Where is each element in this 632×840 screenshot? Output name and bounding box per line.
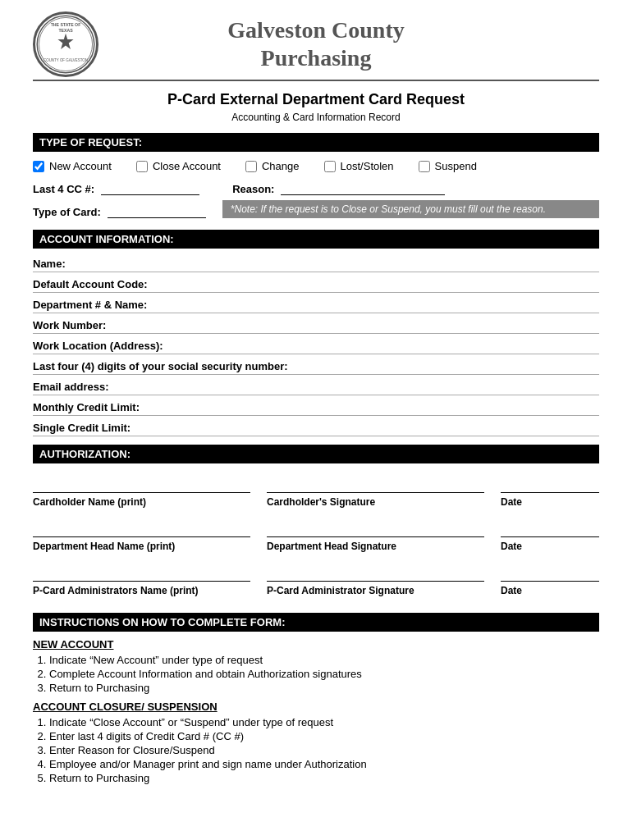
dept-head-sig-field: Department Head Signature (267, 521, 484, 552)
list-item: Complete Account Information and obtain … (49, 668, 599, 680)
field-single-credit: Single Credit Limit: (33, 421, 599, 436)
new-account-list: Indicate “New Account” under type of req… (49, 654, 599, 694)
field-monthly-credit: Monthly Credit Limit: (33, 400, 599, 416)
header-title-line1: Galveston County (227, 16, 404, 44)
field-ssn: Last four (4) digits of your social secu… (33, 359, 599, 375)
header-title-line2: Purchasing (227, 44, 404, 72)
form-title: P-Card External Department Card Request (33, 91, 599, 108)
request-types: New Account Close Account Change Lost/St… (33, 160, 599, 172)
authorization-header: AUTHORIZATION: (33, 445, 599, 463)
cardholder-date-field: Date (501, 477, 599, 508)
cardholder-sig-field: Cardholder's Signature (267, 477, 484, 508)
work-location-input[interactable] (213, 339, 599, 354)
account-info-fields: Name: Default Account Code: Department #… (33, 257, 599, 436)
checkbox-change-label: Change (262, 160, 300, 172)
list-item: Employee and/or Manager print and sign n… (49, 758, 599, 770)
checkbox-suspend[interactable]: Suspend (419, 160, 477, 172)
list-item: Return to Purchasing (49, 682, 599, 694)
dept-head-name-label: Department Head Name (print) (33, 541, 250, 552)
instructions-section: INSTRUCTIONS ON HOW TO COMPLETE FORM: NE… (33, 613, 599, 784)
svg-text:THE STATE OF: THE STATE OF (51, 21, 81, 26)
header-title: Galveston County Purchasing (227, 16, 404, 71)
pcard-admin-sig-label: P-Card Administrator Signature (267, 585, 484, 596)
list-item: Enter last 4 digits of Credit Card # (CC… (49, 730, 599, 742)
checkbox-close-account[interactable]: Close Account (136, 160, 221, 172)
closure-title: ACCOUNT CLOSURE/ SUSPENSION (33, 701, 599, 713)
work-number-input[interactable] (213, 318, 599, 333)
page-header: THE STATE OF TEXAS COUNTY OF GALVESTON G… (33, 16, 599, 81)
dept-head-name-field: Department Head Name (print) (33, 521, 250, 552)
field-default-account-code: Default Account Code: (33, 277, 599, 293)
closure-list: Indicate “Close Account” or “Suspend” un… (49, 716, 599, 784)
svg-text:COUNTY OF GALVESTON: COUNTY OF GALVESTON (44, 57, 88, 62)
new-account-title: NEW ACCOUNT (33, 638, 599, 651)
checkbox-lost-stolen[interactable]: Lost/Stolen (324, 160, 394, 172)
field-name: Name: (33, 257, 599, 272)
last4-reason-row: Last 4 CC #: Reason: (33, 180, 599, 195)
cardholder-date-label: Date (501, 496, 599, 508)
instructions-header: INSTRUCTIONS ON HOW TO COMPLETE FORM: (33, 613, 599, 632)
form-main-title: P-Card External Department Card Request (33, 91, 599, 108)
ssn-input[interactable] (288, 359, 599, 374)
type-of-card-label: Type of Card: (33, 206, 101, 218)
checkbox-lost-stolen-input[interactable] (324, 161, 336, 172)
dept-head-date-label: Date (501, 541, 599, 552)
checkbox-suspend-label: Suspend (435, 160, 477, 172)
dept-head-date-field: Date (501, 521, 599, 552)
pcard-admin-name-field: P-Card Administrators Name (print) (33, 565, 250, 596)
field-work-number: Work Number: (33, 318, 599, 334)
field-dept-name: Department # & Name: (33, 298, 599, 313)
email-input[interactable] (213, 380, 599, 395)
checkbox-close-account-label: Close Account (153, 160, 221, 172)
pcard-admin-sig-field: P-Card Administrator Signature (267, 565, 484, 596)
logo: THE STATE OF TEXAS COUNTY OF GALVESTON (33, 11, 98, 77)
last4-cc-label: Last 4 CC #: (33, 183, 94, 195)
reason-label: Reason: (232, 183, 274, 195)
pcard-admin-date-field: Date (501, 565, 599, 596)
dept-head-sig-label: Department Head Signature (267, 541, 484, 552)
type-of-card-input[interactable] (108, 203, 206, 218)
type-of-request-header: TYPE OF REQUEST: (33, 133, 599, 152)
pcard-admin-name-label: P-Card Administrators Name (print) (33, 585, 250, 596)
cardholder-sig-label: Cardholder's Signature (267, 496, 484, 508)
name-input[interactable] (213, 257, 599, 272)
account-info-header: ACCOUNT INFORMATION: (33, 230, 599, 249)
checkbox-change[interactable]: Change (245, 160, 300, 172)
list-item: Enter Reason for Closure/Suspend (49, 744, 599, 756)
svg-text:TEXAS: TEXAS (58, 28, 73, 33)
reason-input[interactable] (281, 180, 445, 195)
checkbox-new-account-label: New Account (49, 160, 112, 172)
last4-cc-input[interactable] (101, 180, 199, 195)
pcard-admin-date-label: Date (501, 585, 599, 596)
field-email: Email address: (33, 380, 599, 395)
list-item: Indicate “New Account” under type of req… (49, 654, 599, 666)
checkbox-lost-stolen-label: Lost/Stolen (341, 160, 394, 172)
monthly-credit-input[interactable] (213, 400, 599, 415)
checkbox-change-input[interactable] (245, 161, 257, 172)
checkbox-new-account[interactable]: New Account (33, 160, 112, 172)
list-item: Indicate “Close Account” or “Suspend” un… (49, 716, 599, 728)
note-box: *Note: If the request is to Close or Sus… (222, 200, 599, 218)
form-subtitle: Accounting & Card Information Record (33, 112, 599, 123)
dept-name-input[interactable] (213, 298, 599, 313)
checkbox-close-account-input[interactable] (136, 161, 148, 172)
checkbox-suspend-input[interactable] (419, 161, 430, 172)
single-credit-input[interactable] (213, 421, 599, 436)
cardholder-name-field: Cardholder Name (print) (33, 477, 250, 508)
default-account-code-input[interactable] (213, 277, 599, 292)
authorization-grid: Cardholder Name (print) Cardholder's Sig… (33, 477, 599, 596)
cardholder-name-label: Cardholder Name (print) (33, 496, 250, 508)
checkbox-new-account-input[interactable] (33, 161, 44, 172)
field-work-location: Work Location (Address): (33, 339, 599, 354)
list-item: Return to Purchasing (49, 772, 599, 784)
